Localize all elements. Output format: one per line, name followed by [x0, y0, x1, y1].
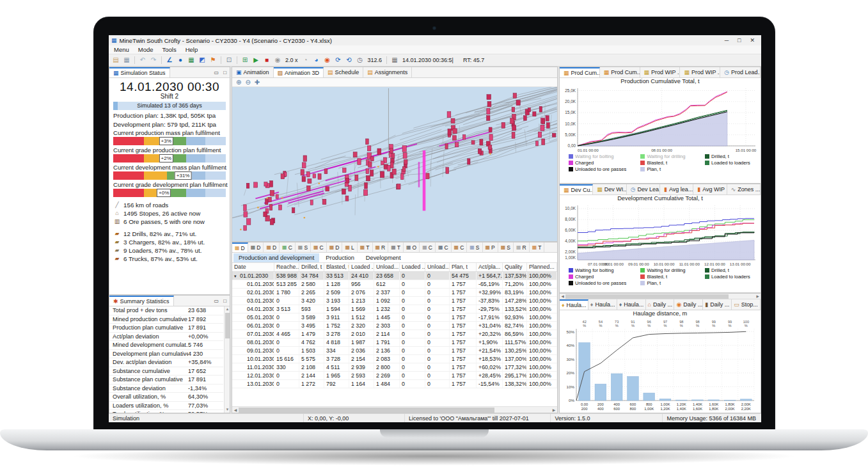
column-header[interactable]: Unload...	[425, 263, 450, 271]
table-row[interactable]: ▾11.01.2030 3302 108 4 5112 939 2 8000 0…	[232, 363, 557, 372]
alarm-icon[interactable]: ◉	[323, 56, 332, 65]
close-button[interactable]: ✕	[750, 37, 755, 44]
chart-tab[interactable]: ♦ Haula...	[617, 299, 646, 310]
chart-tab[interactable]: ▮ Daily ...	[703, 299, 732, 310]
chart-tab[interactable]: ▭ Stop...	[732, 299, 761, 310]
stat-row[interactable]: Total prod + dev tons 23 638	[109, 306, 223, 315]
redo-icon[interactable]: ↷	[149, 56, 158, 65]
legend-item[interactable]: Loaded to loaders	[705, 274, 758, 280]
panel-minimize-icon[interactable]: ▭	[214, 298, 219, 304]
stat-row[interactable]: Trucks utilization, % 52,57%	[109, 410, 223, 413]
viewer-tab[interactable]: ▤ Schedule	[324, 67, 363, 77]
chart-tab[interactable]: ▦ Prod Cum...	[600, 67, 640, 77]
viewer-zoom-icon[interactable]: ✚	[255, 79, 260, 86]
stat-row[interactable]: Development plan cumulative 4 230	[109, 350, 223, 359]
stat-row[interactable]: Substance deviation -1,34%	[109, 385, 223, 393]
legend-item[interactable]: Loaded to loaders	[705, 160, 758, 166]
viewer-tab[interactable]: ▨ Animation 3D	[274, 67, 324, 77]
stat-row[interactable]: Dev. act/plan deviation +35,84%	[109, 358, 223, 367]
legend-item[interactable]: Drilled, t	[705, 154, 758, 159]
letter-tab[interactable]: ▦ D	[264, 242, 280, 252]
chart-tab[interactable]: ∿ Zones ...	[727, 184, 761, 194]
stat-row[interactable]: Substance plan cumulative 17 891	[109, 376, 223, 385]
legend-item[interactable]: Charged	[569, 274, 640, 280]
people-icon[interactable]: ◩	[198, 56, 207, 65]
letter-tab[interactable]: ▦ T	[530, 242, 545, 252]
letter-tab[interactable]: ▦ S	[498, 242, 514, 252]
chart-tab[interactable]: ♦ Haula...	[588, 299, 617, 310]
stat-row[interactable]: Overall utilization, % 64,30%	[109, 393, 223, 402]
column-header[interactable]: Unload...	[374, 263, 400, 271]
letter-tab[interactable]: ▦ D	[232, 242, 248, 252]
slower-icon[interactable]: ◔	[301, 56, 310, 65]
column-header[interactable]: Planned...	[527, 263, 557, 271]
column-header[interactable]: Quality	[503, 263, 527, 271]
tab-summary-statistics[interactable]: ✱ Summary Statistics	[109, 296, 174, 306]
stat-row[interactable]: Act/plan deviation +0,00%	[109, 333, 223, 342]
legend-item[interactable]: Unloaded to ore passes	[569, 280, 640, 286]
chart-tab[interactable]: ◉ Daily ...	[674, 299, 703, 310]
expand-chevron-icon[interactable]: ▾	[234, 272, 240, 280]
letter-tab[interactable]: ▦ T	[388, 242, 404, 252]
chart-tab[interactable]: ▦ Dev WI...	[593, 184, 626, 194]
chart-tab[interactable]: ▮ Avg WIP	[693, 184, 727, 194]
stat-row[interactable]: Substance cumulative 17 652	[109, 367, 223, 376]
maximize-button[interactable]: □	[738, 37, 741, 44]
legend-item[interactable]: Waiting for drilling	[640, 154, 705, 159]
menu-item[interactable]: Help	[185, 46, 198, 53]
refresh-all-icon[interactable]: ⟲	[345, 56, 354, 65]
table-tool-icon[interactable]: ▦	[187, 56, 196, 65]
legend-item[interactable]: Waiting for drilling	[640, 267, 705, 273]
table-page-tab[interactable]: Production	[320, 253, 359, 262]
table-row[interactable]: ▾12.01.2030 02 144 1 9652 593 2 2690 01 …	[232, 372, 557, 380]
viewer-zoom-icon[interactable]: ⊖	[245, 79, 250, 86]
stat-row[interactable]: Loaders utilization, % 77,03%	[109, 402, 223, 411]
table-page-tab[interactable]: Development	[361, 253, 406, 262]
record-icon[interactable]: ◉	[273, 56, 282, 65]
chart-tab[interactable]: ▦ Prod WIP ...	[680, 67, 720, 77]
tree-icon[interactable]: ⊞	[241, 56, 249, 65]
legend-item[interactable]: Blasted, t	[640, 160, 705, 166]
legend-item[interactable]: Blasted, t	[640, 274, 705, 280]
mine-3d-view[interactable]	[232, 87, 557, 241]
table-row[interactable]: ▾06.01.2030 03 495 1 7522 320 2 3030 01 …	[232, 322, 557, 330]
viewer-zoom-icon[interactable]: ⊕	[236, 79, 241, 86]
letter-tab[interactable]: ▦ R	[373, 242, 389, 252]
letter-tab[interactable]: ▦ D	[248, 242, 264, 252]
letter-tab[interactable]: ▦ T	[358, 242, 373, 252]
viewer-tab[interactable]: ▤ Assignments	[363, 67, 412, 77]
table-row[interactable]: ▾01.01.2030 538 98834 784 33 51324 410 2…	[232, 272, 557, 280]
legend-item[interactable]: Waiting for bolting	[569, 267, 640, 273]
menu-item[interactable]: Mode	[138, 46, 154, 53]
column-header[interactable]: Act/pla...	[477, 263, 503, 271]
letter-tab[interactable]: ▦ C	[436, 242, 452, 252]
table-horizontal-scrollbar[interactable]: ◀ ▶	[232, 406, 557, 413]
flag-icon[interactable]: ⚑	[209, 56, 217, 65]
undo-icon[interactable]: ↶	[138, 56, 147, 65]
panel-horizontal-scrollbar[interactable]: ◀▶	[560, 294, 761, 299]
letter-tab[interactable]: ▦ R	[514, 242, 530, 252]
chart-tab[interactable]: ⌂ Daily ...	[646, 299, 675, 310]
legend-item[interactable]: Plan, t	[640, 166, 705, 172]
column-header[interactable]: Reache...	[274, 263, 299, 271]
table-row[interactable]: ▾13.01.2030 01 272 7921 164 1 4840 01 75…	[232, 380, 557, 388]
stat-row[interactable]: Production plan cumulative 17 891	[109, 324, 223, 333]
chart-tab[interactable]: ◷ Dev Lea...	[627, 184, 660, 194]
letter-tab[interactable]: ▦ L	[342, 242, 357, 252]
fit-view-icon[interactable]: ⊡	[225, 56, 233, 65]
viewer-tab[interactable]: ▣ Animation	[232, 67, 274, 77]
table-row[interactable]: ▾10.01.2030 15 6165 575 3 7282 154 2 083…	[232, 355, 557, 363]
table-row[interactable]: ▾01.01.2030 513 2852 580 1 128956 6120 0…	[232, 280, 557, 289]
table-row[interactable]: ▾02.01.2030 1 7802 265 2 5092 076 2 3370…	[232, 289, 557, 297]
table-row[interactable]: ▾08.01.2030 04 762 4 8181 987 1 7910 01 …	[232, 338, 557, 347]
chart-tab[interactable]: ♦ Haula...	[560, 299, 588, 310]
legend-item[interactable]: Charged	[569, 160, 640, 166]
legend-item[interactable]: Plan, t	[640, 280, 705, 286]
panel-minimize-icon[interactable]: ▭	[214, 70, 219, 75]
tab-simulation-status[interactable]: ▦ Simulation Status	[109, 67, 170, 77]
legend-item[interactable]: Drilled, t	[705, 267, 758, 273]
chart-tab[interactable]: ◷ Prod Lead...	[720, 67, 761, 77]
speed-multiplier[interactable]: 2.0 x	[284, 57, 299, 63]
chart-tab[interactable]: ▦ Prod Cum...	[560, 67, 600, 77]
legend-item[interactable]: Waiting for bolting	[569, 154, 640, 159]
